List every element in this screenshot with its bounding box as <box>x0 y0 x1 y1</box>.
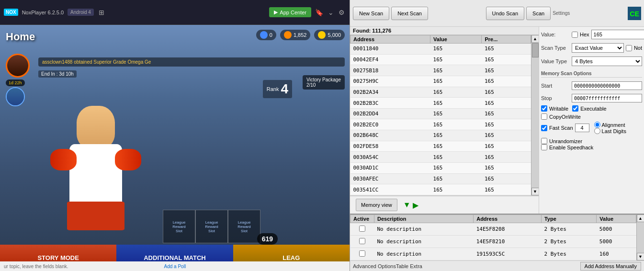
scan-value: 165 <box>430 65 482 76</box>
rank-number: 4 <box>281 81 288 97</box>
scroll-thumb[interactable] <box>532 43 539 57</box>
fast-scan-checkbox[interactable] <box>541 125 547 131</box>
extra-checkboxes: Unrandomizer Enable Speedhack <box>541 138 642 150</box>
victory-box: Victory Package 2/10 <box>303 75 345 90</box>
result-value: 5000 <box>597 236 636 248</box>
player-avatar[interactable] <box>6 54 30 78</box>
scan-scrollbar[interactable]: ▲ ▼ <box>531 35 539 195</box>
col-address: Address <box>350 35 430 44</box>
alignment-radio[interactable] <box>594 122 600 128</box>
result-active[interactable] <box>350 248 374 260</box>
speedhack-checkbox[interactable] <box>541 144 547 150</box>
writable-checkbox[interactable] <box>541 105 547 112</box>
scan-table-row[interactable]: 003541CC 165 165 <box>350 184 531 195</box>
scan-table-row[interactable]: 002B2EC0 165 165 <box>350 119 531 130</box>
svg-text:CE: CE <box>630 10 639 18</box>
result-active[interactable] <box>350 236 374 248</box>
app-center-button[interactable]: ▶ App Center <box>269 7 311 17</box>
scan-prev: 165 <box>482 54 531 65</box>
result-scrollbar[interactable]: ▲ ▼ <box>636 215 644 260</box>
add-address-manually-button[interactable]: Add Address Manually <box>580 262 641 271</box>
result-checkbox[interactable] <box>359 250 365 257</box>
scan-table-row[interactable]: 002B648C 165 165 <box>350 130 531 141</box>
undo-scan-button[interactable]: Undo Scan <box>486 7 524 20</box>
scan-table-row[interactable]: 002B2DD4 165 165 <box>350 108 531 119</box>
result-description: No description <box>374 223 474 236</box>
scan-table-row[interactable]: 0030A54C 165 165 <box>350 152 531 163</box>
bookmark-icon[interactable]: 🔖 <box>314 8 324 17</box>
scan-prev: 165 <box>482 141 531 152</box>
scan-address: 002B648C <box>350 130 430 141</box>
value-type-select[interactable]: 4 Bytes 2 Bytes 8 Bytes <box>572 56 642 66</box>
add-poll-link[interactable]: Add a Poll <box>164 264 186 269</box>
new-scan-button[interactable]: New Scan <box>353 7 389 20</box>
home-label: Home <box>6 31 35 43</box>
scan-table-row[interactable]: 002FDE58 165 165 <box>350 141 531 152</box>
rewards-row: League Reward Slot League Reward Slot Le… <box>163 210 260 243</box>
nox-icon-1[interactable]: ⊞ <box>98 8 105 17</box>
result-checkbox[interactable] <box>359 226 365 232</box>
col-active: Active <box>350 215 374 223</box>
found-count: Found: 111,276 <box>350 27 539 35</box>
scroll-down-arrow[interactable]: ▼ <box>531 188 539 195</box>
executable-checkbox[interactable] <box>572 105 578 112</box>
scan-table-row[interactable]: 00275B18 165 165 <box>350 65 531 76</box>
scan-address: 00275B18 <box>350 65 430 76</box>
stop-field[interactable] <box>572 94 642 102</box>
copy-on-write-checkbox[interactable] <box>541 113 547 120</box>
scan-results-table[interactable]: Address Value Pre... 00011840 165 165 00… <box>350 35 539 196</box>
score-badge: 619 <box>257 233 278 245</box>
scan-value: 165 <box>430 98 482 109</box>
scan-address: 0030AFEC <box>350 173 430 184</box>
reward-slot-2[interactable]: League Reward Slot <box>195 210 228 243</box>
scan-prev: 165 <box>482 152 531 163</box>
fast-scan-value[interactable] <box>575 124 589 132</box>
value-row: Value: Hex <box>541 30 642 39</box>
value-input[interactable] <box>591 30 644 39</box>
settings-icon[interactable]: ⚙ <box>338 8 346 17</box>
top-bar: 0 1,852 5,000 <box>256 30 345 40</box>
result-active[interactable] <box>350 223 374 236</box>
reward-slot-1[interactable]: League Reward Slot <box>163 210 195 243</box>
scan-table-row[interactable]: 00011840 165 165 <box>350 44 531 55</box>
secondary-avatar[interactable] <box>6 87 25 106</box>
scan-type-select[interactable]: Exact Value Bigger than Smaller than <box>572 43 624 53</box>
start-field[interactable] <box>572 81 642 90</box>
rank-label: Rank <box>267 86 279 92</box>
last-digits-radio[interactable] <box>594 128 600 134</box>
currency2-value: 1,852 <box>294 32 307 38</box>
scan-value: 165 <box>430 152 482 163</box>
scan-table-row[interactable]: 002B2B3C 165 165 <box>350 98 531 109</box>
scan-button[interactable]: Scan <box>526 7 551 20</box>
scan-table-row[interactable]: 0030AFEC 165 165 <box>350 173 531 184</box>
currency3-badge: 5,000 <box>314 30 345 40</box>
hex-checkbox[interactable] <box>572 32 578 38</box>
results-table-container: Active Description Address Type Value No… <box>350 215 644 260</box>
memory-view-button[interactable]: Memory view <box>356 199 397 211</box>
result-table-row: No description 191593C5C 2 Bytes 160 <box>350 248 636 260</box>
chevron-icon[interactable]: ⌄ <box>327 8 335 17</box>
scroll-up-arrow[interactable]: ▲ <box>531 35 539 43</box>
player-timer: 1d 22h <box>6 79 25 86</box>
settings-button[interactable]: Settings <box>553 11 570 16</box>
result-address: 14E5F8210 <box>474 236 542 248</box>
scan-value: 165 <box>430 76 482 87</box>
scan-prev: 165 <box>482 108 531 119</box>
result-scroll-down[interactable]: ▼ <box>637 253 644 260</box>
col-value: Value <box>430 35 482 44</box>
result-scroll-up[interactable]: ▲ <box>637 215 644 222</box>
result-checkbox[interactable] <box>359 238 365 244</box>
result-description: No description <box>374 248 474 260</box>
reward-slot-3[interactable]: League Reward Slot <box>228 210 260 243</box>
scan-table-row[interactable]: 00042EF4 165 165 <box>350 54 531 65</box>
scan-table-row[interactable]: 002B2A34 165 165 <box>350 87 531 98</box>
scan-table-row[interactable]: 0030AD1C 165 165 <box>350 163 531 174</box>
unrandomizer-checkbox[interactable] <box>541 138 547 144</box>
memory-scan-header: Memory Scan Options <box>541 71 642 78</box>
not-checkbox[interactable] <box>626 45 632 51</box>
scan-value: 165 <box>430 141 482 152</box>
game-area: Home 0 1,852 5,000 1d 22h asscl <box>0 25 350 271</box>
scan-prev: 165 <box>482 130 531 141</box>
next-scan-button[interactable]: Next Scan <box>391 7 428 20</box>
scan-table-row[interactable]: 00275H9C 165 165 <box>350 76 531 87</box>
